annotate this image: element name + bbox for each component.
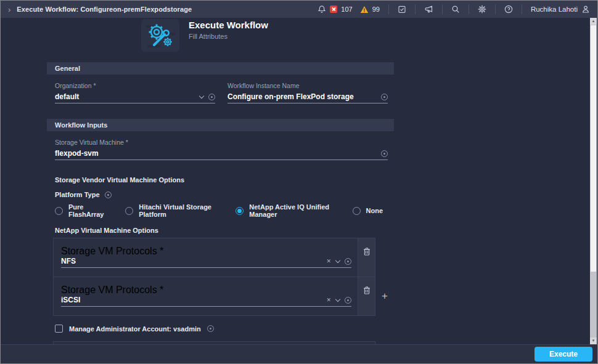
breadcrumb: Execute Workflow: Configureon-premFlexpo… — [17, 6, 192, 13]
help-icon[interactable] — [504, 5, 513, 14]
critical-alert-count[interactable]: 107 — [341, 6, 352, 13]
radio-label: Hitachi Virtual Storage Platform — [139, 203, 218, 218]
top-bar: › Execute Workflow: Configureon-premFlex… — [1, 1, 597, 18]
info-icon[interactable] — [105, 192, 112, 198]
storage-virtual-machine-label: Storage Virtual Machine * — [55, 139, 388, 146]
section-general-title: General — [55, 65, 80, 72]
organization-value[interactable]: default — [55, 92, 195, 101]
section-workflow-inputs-title: Workflow Inputs — [55, 121, 107, 129]
vendor-options-heading: Storage Vendor Virtual Machine Options — [55, 176, 394, 184]
settings-gear-icon[interactable] — [478, 5, 486, 14]
chevron-down-icon[interactable] — [199, 93, 204, 98]
manage-admin-label: Manage Administrator Account: vsadmin — [69, 325, 201, 333]
platform-type-label: Platform Type — [55, 191, 100, 198]
info-icon[interactable] — [208, 94, 215, 100]
radio-hitachi-vsp[interactable]: Hitachi Virtual Storage Platform — [125, 203, 218, 218]
radio-icon — [236, 207, 244, 215]
vertical-scrollbar[interactable]: ▲ ▼ — [590, 18, 597, 344]
radio-icon — [55, 207, 63, 215]
radio-pure-flasharray[interactable]: Pure FlashArray — [55, 203, 108, 218]
user-menu[interactable]: Ruchika Lahoti — [522, 5, 590, 14]
section-general: General — [47, 62, 394, 75]
bell-icon[interactable] — [317, 5, 326, 14]
protocol-value[interactable]: iSCSI — [61, 296, 321, 304]
platform-type-row: Platform Type — [55, 191, 394, 198]
page-subtitle: Fill Attributes — [189, 33, 268, 40]
search-icon[interactable] — [451, 5, 460, 14]
route-gateway-group: Route Destination IPv4 Gateway 10.61.183… — [53, 341, 394, 344]
user-name: Ruchika Lahoti — [531, 6, 578, 13]
storage-virtual-machine-value[interactable]: flexpod-svm — [55, 149, 376, 158]
execute-button[interactable]: Execute — [535, 347, 592, 362]
info-icon[interactable] — [381, 150, 388, 157]
protocol-value[interactable]: NFS — [61, 257, 321, 265]
workflow-gears-icon — [141, 19, 179, 52]
radio-icon — [125, 207, 133, 215]
info-icon[interactable] — [345, 297, 351, 304]
warning-alert-count[interactable]: 99 — [372, 6, 380, 13]
warning-alert-icon[interactable] — [360, 6, 369, 14]
main-content: Execute Workflow Fill Attributes General… — [1, 18, 597, 344]
clear-icon[interactable]: ✕ — [326, 297, 331, 303]
netapp-options-heading: NetApp Virtual Machine Options — [55, 227, 394, 234]
trash-icon — [363, 247, 371, 256]
workflow-instance-name-value[interactable]: Configure on-prem FlexPod storage — [227, 92, 376, 101]
storage-virtual-machine-field[interactable]: Storage Virtual Machine * flexpod-svm — [55, 139, 388, 160]
protocol-label: Storage VM Protocols * — [61, 285, 351, 296]
clear-icon[interactable]: ✕ — [326, 258, 331, 264]
alerts-group: 107 99 — [309, 5, 388, 14]
info-icon[interactable] — [345, 258, 351, 265]
chevron-down-icon[interactable] — [335, 257, 340, 262]
chevron-down-icon[interactable] — [335, 296, 340, 301]
app-window: › Execute Workflow: Configureon-premFlex… — [0, 0, 598, 364]
protocol-label: Storage VM Protocols * — [61, 246, 351, 257]
radio-icon — [353, 207, 361, 215]
protocol-row-iscsi: Storage VM Protocols * iSCSI ✕ — [54, 277, 375, 315]
trash-icon — [363, 286, 371, 294]
workflow-instance-name-label: Workflow Instance Name — [227, 82, 388, 89]
page-title: Execute Workflow — [189, 20, 268, 30]
info-icon[interactable] — [207, 325, 214, 332]
manage-admin-row: Manage Administrator Account: vsadmin — [55, 325, 394, 333]
scroll-down-arrow[interactable]: ▼ — [590, 338, 597, 344]
delete-protocol-button[interactable] — [358, 277, 375, 315]
critical-alert-icon[interactable] — [330, 6, 337, 13]
radio-label: NetApp Active IQ Unified Manager — [249, 203, 335, 218]
footer-bar: Execute — [1, 344, 597, 363]
tasks-icon[interactable] — [398, 5, 406, 14]
info-icon[interactable] — [381, 94, 388, 100]
announcements-icon[interactable] — [424, 5, 433, 14]
radio-label: Pure FlashArray — [68, 203, 108, 218]
organization-field[interactable]: Organization * default — [55, 82, 215, 103]
workflow-form: General Organization * default Workflow … — [47, 62, 394, 344]
delete-protocol-button[interactable] — [358, 238, 375, 277]
protocols-group: Storage VM Protocols * NFS ✕ — [53, 238, 394, 316]
radio-netapp-aiqum[interactable]: NetApp Active IQ Unified Manager — [236, 203, 335, 218]
topbar-actions: 107 99 — [309, 4, 590, 14]
platform-type-radios: Pure FlashArray Hitachi Virtual Storage … — [55, 203, 394, 218]
route-gateway-card[interactable]: Route Destination IPv4 Gateway 10.61.183… — [53, 341, 375, 344]
breadcrumb-chevron-icon[interactable]: › — [8, 5, 10, 14]
protocol-row-nfs: Storage VM Protocols * NFS ✕ — [54, 238, 375, 277]
radio-label: None — [366, 207, 383, 214]
add-protocol-button[interactable]: + — [375, 291, 394, 301]
section-workflow-inputs: Workflow Inputs — [47, 119, 394, 131]
workflow-instance-name-field[interactable]: Workflow Instance Name Configure on-prem… — [227, 82, 388, 103]
organization-label: Organization * — [55, 82, 215, 89]
radio-none[interactable]: None — [353, 207, 383, 215]
manage-admin-checkbox[interactable] — [55, 325, 63, 333]
scroll-up-arrow[interactable]: ▲ — [590, 18, 597, 25]
scrollbar-thumb[interactable] — [591, 25, 596, 272]
page-header: Execute Workflow Fill Attributes — [141, 19, 268, 52]
user-avatar-icon — [581, 5, 590, 14]
